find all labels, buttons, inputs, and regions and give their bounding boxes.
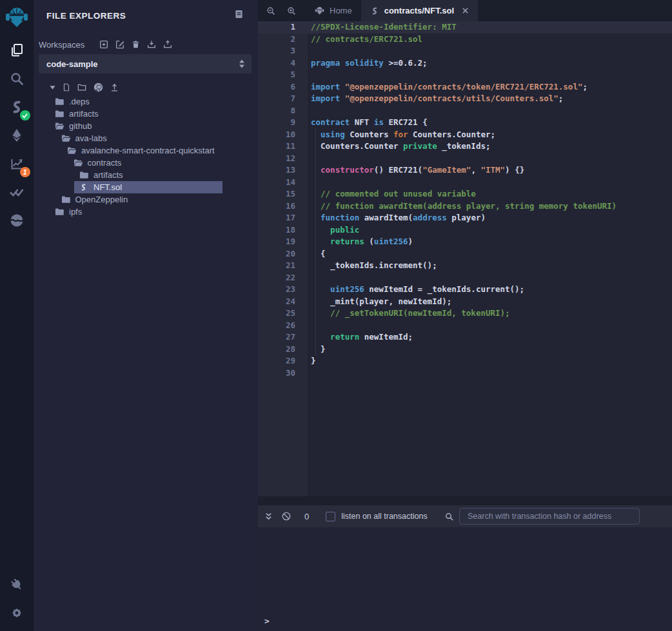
create-workspace-icon[interactable] — [99, 39, 109, 50]
sidebar-item-solidity-compiler[interactable] — [0, 93, 34, 121]
listen-transactions-label: listen on all transactions — [341, 512, 427, 521]
line-content: // contracts/ERC721.sol — [295, 34, 422, 46]
file-tree: .depsartifactsgithubava-labsavalanche-sm… — [34, 95, 258, 218]
code-line[interactable]: 20 { — [258, 248, 672, 260]
line-content: returns (uint256) — [295, 236, 413, 248]
delete-workspace-icon[interactable] — [131, 39, 141, 50]
line-number: 20 — [258, 248, 295, 260]
tree-item-github[interactable]: github — [34, 120, 258, 132]
tree-item-label: ava-labs — [75, 133, 107, 143]
line-number: 30 — [258, 367, 295, 380]
line-content — [295, 45, 311, 57]
tree-item-nft-sol[interactable]: NFT.sol — [34, 181, 258, 193]
code-line[interactable]: 1//SPDX-License-Identifier: MIT — [258, 21, 672, 34]
sidebar-item-search[interactable] — [0, 64, 34, 93]
line-number: 10 — [258, 129, 295, 141]
line-content: import "@openzeppelin/contracts/token/ER… — [295, 81, 588, 93]
code-line[interactable]: 21 _tokenIds.increment(); — [258, 260, 672, 272]
line-content: } — [295, 344, 326, 356]
folder-closed-icon — [79, 171, 89, 179]
line-content: { — [295, 248, 326, 260]
workspaces-label: Workspaces — [39, 40, 84, 50]
panel-menu-icon[interactable] — [234, 9, 244, 19]
code-line[interactable]: 18 public — [258, 224, 672, 237]
code-line[interactable]: 12 — [258, 153, 672, 165]
sidebar-item-deploy-and-run[interactable] — [0, 121, 34, 150]
listen-transactions-checkbox[interactable] — [326, 512, 335, 521]
tree-item-artifacts[interactable]: artifacts — [34, 169, 258, 181]
line-number: 2 — [258, 34, 295, 46]
sidebar-item-unit-testing[interactable] — [0, 178, 34, 206]
sidebar-item-plugin-wave[interactable] — [0, 206, 34, 235]
code-line[interactable]: 22 — [258, 272, 672, 284]
code-line[interactable]: 2// contracts/ERC721.sol — [258, 34, 672, 46]
code-line[interactable]: 5 — [258, 69, 672, 81]
upload-file-icon[interactable] — [110, 83, 119, 92]
line-content: _tokenIds.increment(); — [295, 260, 437, 272]
folder-closed-icon — [61, 195, 71, 204]
code-line[interactable]: 16 // function awardItem(address player,… — [258, 200, 672, 213]
code-line[interactable]: 7import "@openzeppelin/contracts/utils/C… — [258, 93, 672, 105]
tree-item-artifacts[interactable]: artifacts — [34, 108, 258, 120]
sidebar-item-plugin-manager[interactable] — [0, 570, 34, 599]
tab-home[interactable]: Home — [306, 0, 361, 21]
line-content: // _setTokenURI(newItemId, tokenURI); — [295, 307, 510, 320]
code-line[interactable]: 4pragma solidity >=0.6.2; — [258, 57, 672, 70]
code-line[interactable]: 24 _mint(player, newItemId); — [258, 296, 672, 308]
code-line[interactable]: 13 constructor() ERC721("GameItem", "ITM… — [258, 164, 672, 177]
zoom-out-icon[interactable] — [263, 0, 279, 21]
tree-item-contracts[interactable]: contracts — [34, 157, 258, 169]
tree-item-ava-labs[interactable]: ava-labs — [34, 132, 258, 144]
sidebar-item-settings[interactable] — [0, 599, 34, 627]
remix-logo[interactable] — [0, 0, 34, 36]
code-line[interactable]: 28 } — [258, 344, 672, 356]
restore-workspace-icon[interactable] — [163, 39, 173, 50]
new-folder-icon[interactable] — [77, 83, 87, 92]
code-line[interactable]: 14 — [258, 177, 672, 189]
line-content: constructor() ERC721("GameItem", "ITM") … — [295, 164, 524, 177]
line-content — [295, 272, 311, 284]
code-line[interactable]: 30 — [258, 367, 672, 380]
line-content: pragma solidity >=0.6.2; — [295, 57, 428, 70]
rename-workspace-icon[interactable] — [115, 39, 125, 50]
code-line[interactable]: 6import "@openzeppelin/contracts/token/E… — [258, 81, 672, 93]
sidebar-item-file-explorer[interactable] — [0, 36, 34, 64]
code-line[interactable]: 26 — [258, 320, 672, 332]
zoom-in-icon[interactable] — [284, 0, 299, 21]
workspace-select[interactable]: code-sample — [39, 54, 252, 73]
code-line[interactable]: 17 function awardItem(address player) — [258, 212, 672, 224]
tab-contracts-nft-sol[interactable]: contracts/NFT.sol — [361, 0, 478, 21]
code-line[interactable]: 15 // commented out unused variable — [258, 188, 672, 200]
code-line[interactable]: 9contract NFT is ERC721 { — [258, 117, 672, 129]
code-line[interactable]: 11 Counters.Counter private _tokenIds; — [258, 141, 672, 153]
tree-item-avalanche-smart-contract-quickstart[interactable]: avalanche-smart-contract-quickstart — [34, 144, 258, 157]
sidebar-item-analytics[interactable]: 1 — [0, 150, 34, 178]
tree-item-ipfs[interactable]: ipfs — [34, 206, 258, 218]
code-line[interactable]: 19 returns (uint256) — [258, 236, 672, 248]
terminal-output[interactable]: > — [258, 527, 672, 631]
code-line[interactable]: 27 return newItemId; — [258, 331, 672, 344]
terminal-clear-icon[interactable] — [281, 511, 292, 521]
code-line[interactable]: 25 // _setTokenURI(newItemId, tokenURI); — [258, 307, 672, 320]
terminal-toolbar: 0 listen on all transactions — [258, 505, 672, 527]
code-line[interactable]: 3 — [258, 45, 672, 57]
line-content: using Counters for Counters.Counter; — [295, 129, 495, 141]
line-number: 12 — [258, 153, 295, 165]
new-file-icon[interactable] — [62, 83, 71, 92]
line-number: 21 — [258, 260, 295, 272]
terminal-search-input[interactable] — [459, 508, 640, 525]
collapse-caret-icon[interactable] — [49, 84, 56, 91]
code-line[interactable]: 29} — [258, 355, 672, 367]
close-tab-icon[interactable] — [462, 7, 469, 14]
code-editor[interactable]: 1//SPDX-License-Identifier: MIT2// contr… — [258, 21, 672, 496]
code-line[interactable]: 10 using Counters for Counters.Counter; — [258, 129, 672, 141]
code-line[interactable]: 8 — [258, 105, 672, 117]
github-clone-icon[interactable] — [93, 82, 104, 93]
code-line[interactable]: 23 uint256 newItemId = _tokenIds.current… — [258, 284, 672, 296]
tree-item--deps[interactable]: .deps — [34, 95, 258, 108]
tree-item-openzeppelin[interactable]: OpenZeppelin — [34, 193, 258, 206]
file-explorer-panel: FILE EXPLORERS Workspaces code-sampl — [34, 0, 258, 631]
download-workspace-icon[interactable] — [146, 39, 157, 50]
terminal-resize-handle[interactable] — [258, 496, 672, 505]
terminal-collapse-icon[interactable] — [264, 512, 273, 521]
